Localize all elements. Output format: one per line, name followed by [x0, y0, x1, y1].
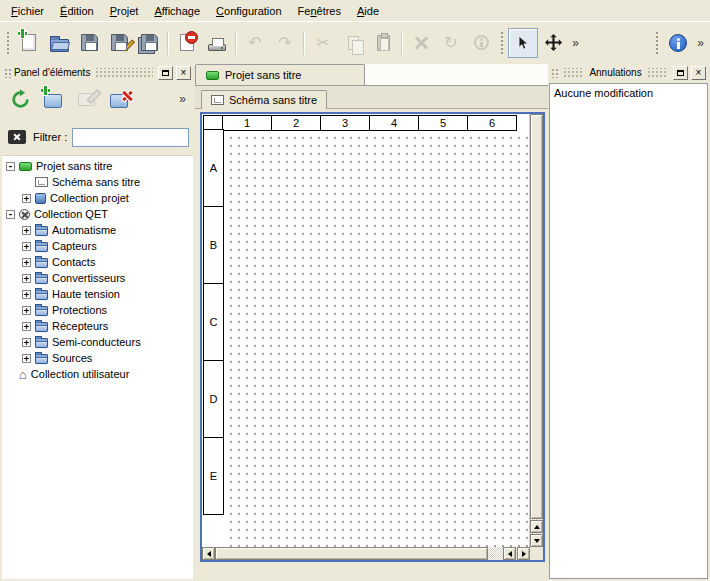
- dock-grip-texture: [563, 68, 584, 77]
- toolbar-grip[interactable]: [654, 30, 660, 56]
- tree-item-contacts[interactable]: +Contacts: [2, 254, 193, 270]
- cut-button[interactable]: ✂: [308, 28, 338, 58]
- elements-panel-title: Panel d'éléments: [14, 67, 90, 78]
- menu-label: dition: [67, 5, 93, 17]
- tree-item-collection-utilisateur[interactable]: ⌂Collection utilisateur: [2, 366, 193, 382]
- tree-expander[interactable]: +: [22, 290, 31, 299]
- tree-expander[interactable]: +: [22, 226, 31, 235]
- float-panel-button[interactable]: [158, 66, 173, 80]
- horizontal-scrollbar-thumb[interactable]: [215, 547, 488, 560]
- panel-toolbar-overflow-button[interactable]: »: [175, 84, 190, 114]
- tree-item-haute-tension[interactable]: +Haute tension: [2, 286, 193, 302]
- scroll-left-button[interactable]: [202, 547, 215, 560]
- save-all-button[interactable]: [134, 28, 164, 58]
- tree-item-collection-projet[interactable]: +Collection projet: [2, 190, 193, 206]
- tree-expander[interactable]: -: [6, 210, 15, 219]
- diagram-grid[interactable]: [224, 131, 529, 547]
- delete-element-button[interactable]: [104, 84, 134, 114]
- menu-aide[interactable]: Aide: [349, 0, 387, 21]
- vertical-scrollbar[interactable]: [530, 114, 543, 547]
- tree-expander[interactable]: +: [22, 274, 31, 283]
- toolbar-separator: [398, 30, 406, 56]
- toolbar-grip[interactable]: [499, 30, 505, 56]
- select-tool-button[interactable]: [508, 28, 538, 58]
- save-as-button[interactable]: [104, 28, 134, 58]
- folder-icon: [35, 322, 48, 332]
- tree-expander[interactable]: +: [22, 322, 31, 331]
- filter-input[interactable]: [72, 128, 189, 147]
- column-header: 5: [418, 115, 468, 131]
- save-as-icon: [111, 34, 128, 51]
- column-headers: 1 2 3 4 5 6: [223, 115, 517, 131]
- scroll-left-button-2[interactable]: [503, 547, 516, 560]
- scroll-right-button[interactable]: [517, 547, 530, 560]
- clear-filter-button[interactable]: [6, 128, 28, 146]
- diagram-canvas[interactable]: 1 2 3 4 5 6 A B C D E: [202, 114, 530, 547]
- scissors-icon: ✂: [316, 35, 329, 51]
- tree-expander[interactable]: +: [22, 338, 31, 347]
- tree-item-automatisme[interactable]: +Automatisme: [2, 222, 193, 238]
- tab-projet-sans-titre[interactable]: Projet sans titre: [195, 64, 365, 85]
- move-tool-button[interactable]: [538, 28, 568, 58]
- menu-configuration[interactable]: Configuration: [208, 0, 289, 21]
- copy-icon: [348, 36, 359, 50]
- close-panel-button[interactable]: ×: [176, 66, 191, 80]
- toolbar-overflow-button-2[interactable]: »: [693, 28, 708, 58]
- about-button[interactable]: [663, 28, 693, 58]
- new-file-button[interactable]: [14, 28, 44, 58]
- delete-button[interactable]: [406, 28, 436, 58]
- copy-button[interactable]: [338, 28, 368, 58]
- tree-item-sources[interactable]: +Sources: [2, 350, 193, 366]
- tree-item-convertisseurs[interactable]: +Convertisseurs: [2, 270, 193, 286]
- tab-schema-sans-titre[interactable]: Schéma sans titre: [201, 90, 327, 109]
- collection-icon: [35, 193, 46, 204]
- undo-history-list[interactable]: Aucune modification: [549, 83, 708, 579]
- undo-panel-titlebar[interactable]: Annulations ×: [549, 64, 708, 81]
- toolbar-grip[interactable]: [5, 30, 11, 56]
- tree-item-projet-sans-titre[interactable]: -Projet sans titre: [2, 158, 193, 174]
- float-panel-button[interactable]: [673, 66, 688, 80]
- save-button[interactable]: [74, 28, 104, 58]
- horizontal-scrollbar[interactable]: [202, 547, 530, 560]
- tree-expander[interactable]: +: [22, 354, 31, 363]
- tree-expander[interactable]: +: [22, 306, 31, 315]
- tree-item-protections[interactable]: +Protections: [2, 302, 193, 318]
- menu-edition[interactable]: Édition: [52, 0, 102, 21]
- close-panel-button[interactable]: ×: [691, 66, 706, 80]
- tree-expander[interactable]: -: [6, 162, 15, 171]
- print-button[interactable]: [202, 28, 232, 58]
- toolbar-overflow-button[interactable]: »: [568, 28, 583, 58]
- elements-panel-titlebar[interactable]: Panel d'éléments ×: [2, 64, 193, 81]
- tree-expander[interactable]: +: [22, 242, 31, 251]
- tree-expander[interactable]: +: [22, 258, 31, 267]
- qet-logo-icon: [19, 209, 30, 220]
- scroll-down-button[interactable]: [530, 534, 543, 547]
- tree-item-capteurs[interactable]: +Capteurs: [2, 238, 193, 254]
- paste-button[interactable]: [368, 28, 398, 58]
- element-info-button[interactable]: [466, 28, 496, 58]
- menu-fichier[interactable]: Fichier: [3, 0, 52, 21]
- column-header: 1: [222, 115, 272, 131]
- tree-expander[interactable]: +: [22, 194, 31, 203]
- open-file-button[interactable]: [44, 28, 74, 58]
- reload-collections-button[interactable]: [5, 84, 35, 114]
- tree-item-schema-sans-titre[interactable]: Schéma sans titre: [2, 174, 193, 190]
- menu-fenetres[interactable]: Fenêtres: [290, 0, 349, 21]
- tree-item-recepteurs[interactable]: +Récepteurs: [2, 318, 193, 334]
- delete-element-icon: [110, 94, 128, 108]
- close-file-button[interactable]: [172, 28, 202, 58]
- tree-item-collection-qet[interactable]: -Collection QET: [2, 206, 193, 222]
- menu-affichage[interactable]: Affichage: [146, 0, 208, 21]
- rotate-button[interactable]: ↻: [436, 28, 466, 58]
- menu-projet[interactable]: Projet: [102, 0, 147, 21]
- vertical-scrollbar-thumb[interactable]: [530, 114, 543, 519]
- main-toolbar: ↶ ↷ ✂ ↻ » »: [0, 21, 710, 63]
- undo-button[interactable]: ↶: [240, 28, 270, 58]
- refresh-icon: [10, 89, 31, 110]
- edit-element-button[interactable]: [71, 84, 101, 114]
- scroll-up-button[interactable]: [530, 520, 543, 533]
- redo-button[interactable]: ↷: [270, 28, 300, 58]
- new-file-icon: [22, 34, 36, 51]
- tree-item-semi-conducteurs[interactable]: +Semi-conducteurs: [2, 334, 193, 350]
- new-element-button[interactable]: [38, 84, 68, 114]
